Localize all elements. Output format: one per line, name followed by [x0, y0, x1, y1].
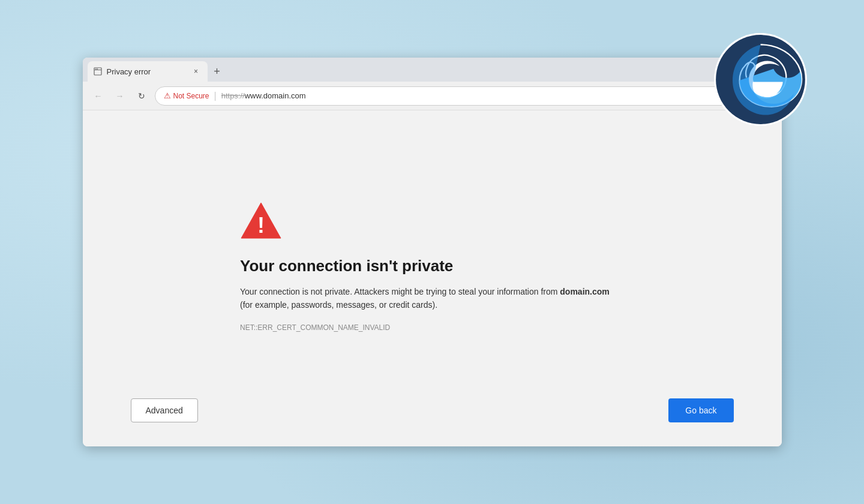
forward-button[interactable]: →	[112, 88, 128, 104]
browser-window: Privacy error × + ← → ↻ ⚠ Not Secure | h…	[83, 58, 782, 446]
back-icon: ←	[94, 91, 103, 101]
https-part: https://	[221, 91, 245, 100]
forward-icon: →	[116, 91, 124, 101]
svg-text:!: !	[257, 213, 265, 238]
not-secure-badge: ⚠ Not Secure	[164, 91, 209, 100]
warning-icon: ⚠	[164, 91, 171, 100]
svg-rect-4	[95, 68, 97, 70]
active-tab[interactable]: Privacy error ×	[88, 61, 208, 82]
address-url: https://www.domain.com	[221, 91, 306, 100]
tab-bar: Privacy error × +	[83, 58, 782, 82]
error-description-prefix: Your connection is not private. Attacker…	[240, 287, 560, 296]
error-code: NET::ERR_CERT_COMMON_NAME_INVALID	[240, 323, 390, 332]
bottom-buttons: Advanced Go back	[83, 398, 782, 422]
not-secure-label: Not Secure	[173, 92, 209, 100]
tab-title: Privacy error	[107, 67, 186, 76]
tab-close-button[interactable]: ×	[191, 66, 202, 77]
page-content: ! Your connection isn't private Your con…	[83, 110, 782, 446]
svg-rect-5	[97, 68, 98, 70]
warning-triangle-icon: !	[240, 201, 282, 240]
advanced-button[interactable]: Advanced	[131, 398, 198, 422]
new-tab-button[interactable]: +	[208, 61, 227, 82]
back-button[interactable]: ←	[90, 88, 107, 104]
go-back-button[interactable]: Go back	[668, 398, 733, 422]
reload-button[interactable]: ↻	[133, 88, 150, 104]
error-main: ! Your connection isn't private Your con…	[240, 201, 624, 332]
error-description: Your connection is not private. Attacker…	[240, 285, 624, 312]
address-bar[interactable]: ⚠ Not Secure | https://www.domain.com	[155, 86, 734, 106]
error-title: Your connection isn't private	[240, 257, 453, 275]
tab-page-icon	[94, 67, 102, 76]
reload-icon: ↻	[138, 91, 145, 101]
domain-part: www.domain.com	[245, 91, 306, 100]
error-description-suffix: (for example, passwords, messages, or cr…	[240, 300, 437, 310]
error-domain: domain.com	[560, 287, 609, 296]
address-separator: |	[214, 91, 217, 101]
edge-logo	[714, 33, 807, 126]
address-bar-row: ← → ↻ ⚠ Not Secure | https://www.domain.…	[83, 82, 782, 110]
